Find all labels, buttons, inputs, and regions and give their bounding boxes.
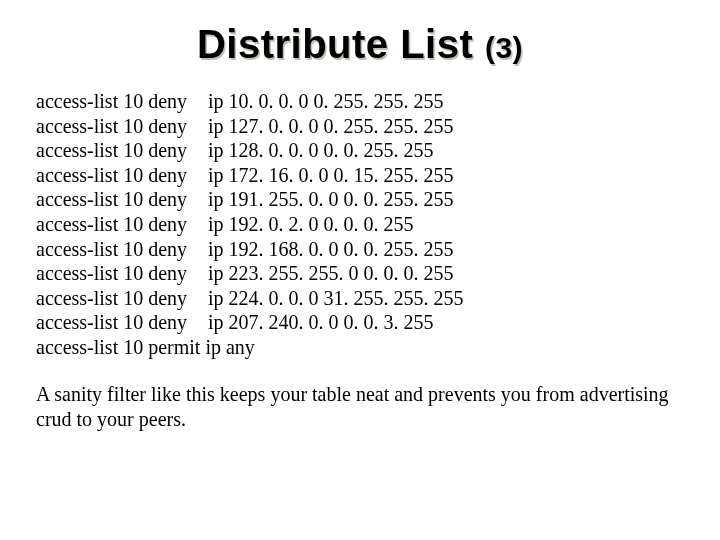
- slide-title: Distribute List (3): [36, 22, 684, 67]
- acl-rule: ip 191. 255. 0. 0 0. 0. 255. 255: [208, 188, 454, 210]
- acl-rule: ip 172. 16. 0. 0 0. 15. 255. 255: [208, 164, 454, 186]
- acl-row: access-list 10 denyip 223. 255. 255. 0 0…: [36, 261, 684, 286]
- acl-row: access-list 10 denyip 172. 16. 0. 0 0. 1…: [36, 163, 684, 188]
- acl-rule: ip 127. 0. 0. 0 0. 255. 255. 255: [208, 115, 454, 137]
- slide: Distribute List (3) access-list 10 denyi…: [0, 0, 720, 540]
- acl-row: access-list 10 denyip 224. 0. 0. 0 31. 2…: [36, 286, 684, 311]
- acl-rule: ip 223. 255. 255. 0 0. 0. 0. 255: [208, 262, 454, 284]
- acl-rule: ip 207. 240. 0. 0 0. 0. 3. 255: [208, 311, 434, 333]
- acl-rule: ip 224. 0. 0. 0 31. 255. 255. 255: [208, 287, 464, 309]
- acl-cmd: access-list 10 deny: [36, 163, 208, 188]
- acl-cmd: access-list 10 deny: [36, 310, 208, 335]
- acl-cmd: access-list 10 deny: [36, 261, 208, 286]
- caption-text: A sanity filter like this keeps your tab…: [36, 382, 684, 432]
- acl-block: access-list 10 denyip 10. 0. 0. 0 0. 255…: [36, 89, 684, 360]
- acl-rule: ip 192. 168. 0. 0 0. 0. 255. 255: [208, 238, 454, 260]
- acl-cmd: access-list 10 deny: [36, 114, 208, 139]
- acl-row: access-list 10 denyip 192. 168. 0. 0 0. …: [36, 237, 684, 262]
- acl-cmd: access-list 10 deny: [36, 212, 208, 237]
- title-main: Distribute List: [197, 22, 473, 66]
- acl-cmd: access-list 10 deny: [36, 89, 208, 114]
- acl-row: access-list 10 denyip 192. 0. 2. 0 0. 0.…: [36, 212, 684, 237]
- acl-cmd: access-list 10 deny: [36, 187, 208, 212]
- acl-rule: ip 192. 0. 2. 0 0. 0. 0. 255: [208, 213, 414, 235]
- acl-row: access-list 10 denyip 127. 0. 0. 0 0. 25…: [36, 114, 684, 139]
- acl-rule: ip 128. 0. 0. 0 0. 0. 255. 255: [208, 139, 434, 161]
- acl-rule: ip 10. 0. 0. 0 0. 255. 255. 255: [208, 90, 444, 112]
- acl-cmd: access-list 10 deny: [36, 237, 208, 262]
- acl-cmd: access-list 10 deny: [36, 286, 208, 311]
- title-sub: (3): [485, 31, 523, 64]
- acl-cmd: access-list 10 deny: [36, 138, 208, 163]
- acl-row: access-list 10 denyip 128. 0. 0. 0 0. 0.…: [36, 138, 684, 163]
- acl-row: access-list 10 permit ip any: [36, 335, 684, 360]
- acl-row: access-list 10 denyip 191. 255. 0. 0 0. …: [36, 187, 684, 212]
- acl-row: access-list 10 denyip 207. 240. 0. 0 0. …: [36, 310, 684, 335]
- acl-row: access-list 10 denyip 10. 0. 0. 0 0. 255…: [36, 89, 684, 114]
- acl-cmd: access-list 10 permit ip any: [36, 336, 255, 358]
